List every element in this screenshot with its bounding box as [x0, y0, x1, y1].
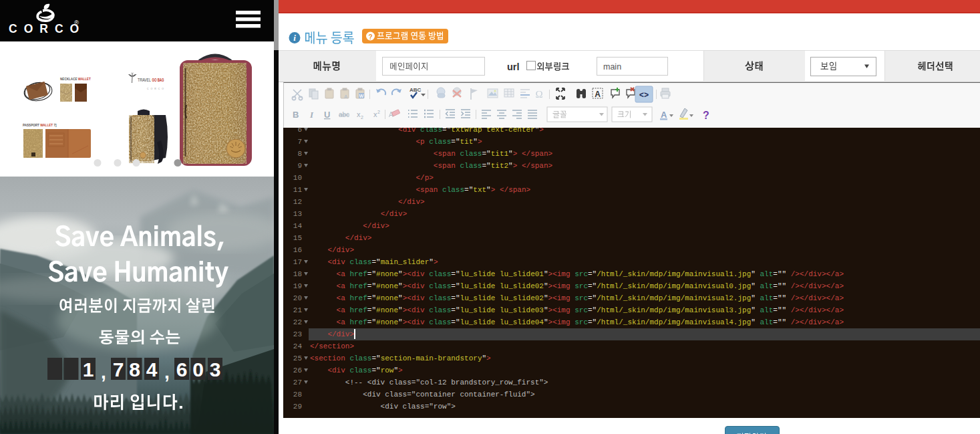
svg-text:W: W	[359, 94, 364, 98]
svg-text:abc: abc	[339, 111, 349, 118]
svg-text:A: A	[344, 94, 348, 100]
svg-text:2: 2	[361, 115, 363, 120]
svg-text:2: 2	[377, 110, 380, 114]
svg-text:4: 4	[146, 358, 158, 381]
svg-text:0: 0	[192, 358, 204, 381]
svg-text:TRAVEL: TRAVEL	[138, 78, 151, 82]
svg-text:B: B	[293, 110, 299, 120]
svg-text:U: U	[324, 110, 330, 120]
svg-text:C O R C O: C O R C O	[147, 88, 164, 90]
svg-text:<>: <>	[639, 91, 649, 100]
svg-text:®: ®	[74, 19, 79, 26]
svg-text:PASSPORT WALLET 7]: PASSPORT WALLET 7]	[23, 124, 57, 127]
svg-text:Ω: Ω	[535, 89, 542, 100]
svg-text:GO BAG: GO BAG	[152, 78, 164, 82]
svg-text:8: 8	[129, 358, 140, 381]
svg-text:I: I	[309, 110, 314, 120]
svg-text:7: 7	[113, 358, 124, 381]
svg-text:?: ?	[368, 33, 372, 41]
svg-text:A: A	[661, 110, 667, 120]
svg-text:,: ,	[101, 362, 106, 383]
svg-text:?: ?	[703, 110, 709, 121]
svg-text:i: i	[293, 33, 296, 43]
svg-text:A: A	[595, 90, 601, 99]
svg-text:,: ,	[164, 362, 170, 383]
svg-text:3: 3	[210, 358, 221, 381]
svg-text:6: 6	[176, 358, 188, 381]
svg-text:ABC: ABC	[410, 87, 422, 93]
svg-text:NECKLACE WALLET: NECKLACE WALLET	[60, 78, 91, 81]
svg-text:1: 1	[83, 358, 94, 381]
